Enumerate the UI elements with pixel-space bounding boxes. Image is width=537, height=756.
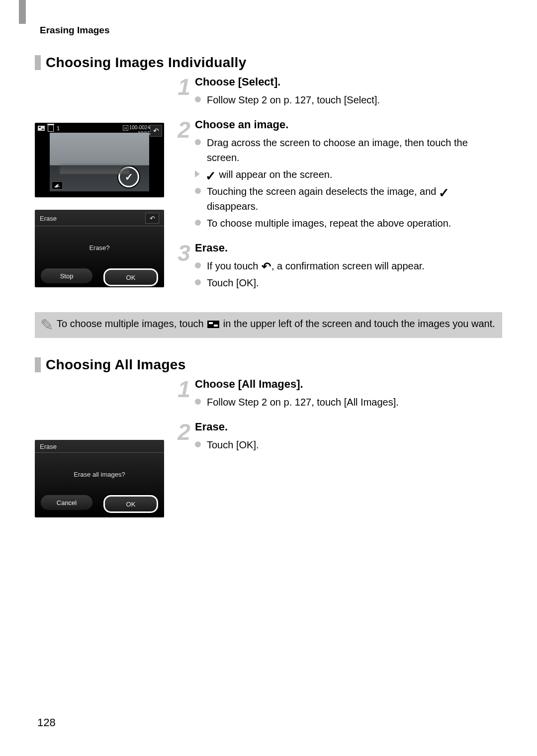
dialog-message: Erase? xyxy=(35,244,164,252)
bullet-text: Follow Step 2 on p. 127, touch [Select]. xyxy=(207,92,502,107)
step-2: 2 Choose an image. Drag across the scree… xyxy=(174,118,502,233)
erase-all-dialog-shot: Erase Erase all images? Cancel OK xyxy=(35,440,164,517)
back-icon: ↶ xyxy=(145,213,159,224)
dialog-title: Erase xyxy=(40,215,57,222)
bullet-dot-icon xyxy=(195,399,201,405)
bullet: ✓ will appear on the screen. xyxy=(195,167,502,182)
bullet: Drag across the screen to choose an imag… xyxy=(195,135,502,165)
bullet-dot-icon xyxy=(195,220,201,226)
dialog-title: Erase xyxy=(40,443,57,450)
stop-button: Stop xyxy=(41,268,92,283)
bullet-dot-icon xyxy=(195,96,201,102)
back-icon: ↶ xyxy=(150,125,162,137)
heading-bar xyxy=(35,55,41,70)
section2-left: Erase Erase all images? Cancel OK xyxy=(35,378,164,517)
tip-text: To choose multiple images, touch in the … xyxy=(57,316,496,331)
ok-button: OK xyxy=(103,495,158,513)
dialog-message: Erase all images? xyxy=(35,471,164,478)
step-1: 1 Choose [Select]. Follow Step 2 on p. 1… xyxy=(174,76,502,109)
bullet-text: Touching the screen again deselects the … xyxy=(207,184,502,214)
camera-preview-shot: 1 ⧈100-0024 10/15 ↶ ◢L ✓ xyxy=(35,123,164,197)
breadcrumb: Erasing Images xyxy=(40,25,502,36)
preview-count: 1 xyxy=(57,125,60,131)
bullet: Follow Step 2 on p. 127, touch [All Imag… xyxy=(195,395,502,410)
step-number: 2 xyxy=(174,420,194,454)
preview-image: ◢L ✓ xyxy=(50,133,149,191)
heading-text: Choosing All Images xyxy=(46,357,186,373)
checkmark-icon: ✓ xyxy=(205,166,216,185)
section1-content: 1 ⧈100-0024 10/15 ↶ ◢L ✓ Erase ↶ xyxy=(35,76,502,301)
pencil-note-icon: ✎ xyxy=(37,316,57,333)
dialog-buttons: Cancel OK xyxy=(35,495,164,517)
bullet: Touch [OK]. xyxy=(195,437,502,452)
cancel-button: Cancel xyxy=(41,495,92,510)
bullet-triangle-icon xyxy=(195,170,200,177)
return-icon: ↶ xyxy=(262,258,271,275)
step-number: 1 xyxy=(174,76,194,109)
bullet-dot-icon xyxy=(195,139,201,145)
spacer xyxy=(35,378,164,427)
bullet-text: Drag across the screen to choose an imag… xyxy=(207,135,502,165)
step-body: Erase. Touch [OK]. xyxy=(195,420,502,454)
spacer xyxy=(35,76,164,110)
bullet-dot-icon xyxy=(195,262,201,268)
ok-button: OK xyxy=(103,268,158,286)
step-body: Erase. If you touch ↶, a confirmation sc… xyxy=(195,242,502,292)
quality-badge: ◢L xyxy=(52,181,63,189)
step-title: Erase. xyxy=(195,242,502,254)
section2-content: Erase Erase all images? Cancel OK 1 Choo… xyxy=(35,378,502,517)
step-body: Choose [All Images]. Follow Step 2 on p.… xyxy=(195,378,502,412)
heading-text: Choosing Images Individually xyxy=(46,55,247,71)
step-body: Choose an image. Drag across the screen … xyxy=(195,118,502,233)
bullet: Touch [OK]. xyxy=(195,275,502,290)
section1-left: 1 ⧈100-0024 10/15 ↶ ◢L ✓ Erase ↶ xyxy=(35,76,164,301)
selection-check-icon: ✓ xyxy=(118,167,139,187)
step-title: Choose [All Images]. xyxy=(195,378,502,391)
multi-select-icon xyxy=(207,321,219,328)
step-number: 1 xyxy=(174,378,194,412)
step-title: Choose an image. xyxy=(195,118,502,131)
preview-topbar: 1 ⧈100-0024 10/15 xyxy=(35,123,164,133)
erase-confirm-dialog-shot: Erase ↶ Erase? Stop OK xyxy=(35,210,164,287)
bullet-dot-icon xyxy=(195,441,201,447)
section-heading-individually: Choosing Images Individually xyxy=(35,55,502,71)
bullet-text: Touch [OK]. xyxy=(207,275,502,290)
step-title: Erase. xyxy=(195,420,502,433)
page-tab-mark xyxy=(19,0,26,24)
step-number: 2 xyxy=(174,118,194,233)
page: Erasing Images Choosing Images Individua… xyxy=(0,0,537,756)
divider xyxy=(35,452,164,453)
divider xyxy=(35,226,164,226)
bullet: To choose multiple images, repeat the ab… xyxy=(195,216,502,231)
step-body: Choose [Select]. Follow Step 2 on p. 127… xyxy=(195,76,502,109)
dialog-title-row: Erase xyxy=(35,443,164,452)
bullet-text: If you touch ↶, a confirmation screen wi… xyxy=(207,258,502,273)
preview-file: 100-0024 xyxy=(129,125,150,130)
bullet-dot-icon xyxy=(195,279,201,285)
preview-top-left: 1 xyxy=(38,125,60,132)
section1-right: 1 Choose [Select]. Follow Step 2 on p. 1… xyxy=(174,76,502,301)
bullet-text: ✓ will appear on the screen. xyxy=(206,167,502,182)
trash-icon xyxy=(48,125,54,132)
page-number: 128 xyxy=(37,716,56,729)
bullet-text: To choose multiple images, repeat the ab… xyxy=(207,216,502,231)
step-number: 3 xyxy=(174,242,194,292)
bullet-dot-icon xyxy=(195,188,201,194)
heading-bar xyxy=(35,357,41,372)
bullet-text: Follow Step 2 on p. 127, touch [All Imag… xyxy=(207,395,502,410)
section-heading-all: Choosing All Images xyxy=(35,357,502,373)
step-1: 1 Choose [All Images]. Follow Step 2 on … xyxy=(174,378,502,412)
dialog-buttons: Stop OK xyxy=(35,268,164,287)
step-title: Choose [Select]. xyxy=(195,76,502,88)
tip-box: ✎ To choose multiple images, touch in th… xyxy=(35,312,502,338)
section2-right: 1 Choose [All Images]. Follow Step 2 on … xyxy=(174,378,502,517)
dialog-title-row: Erase ↶ xyxy=(35,213,164,226)
bullet: Touching the screen again deselects the … xyxy=(195,184,502,214)
step-2: 2 Erase. Touch [OK]. xyxy=(174,420,502,454)
step-3: 3 Erase. If you touch ↶, a confirmation … xyxy=(174,242,502,292)
checkmark-icon: ✓ xyxy=(439,183,449,202)
bullet: If you touch ↶, a confirmation screen wi… xyxy=(195,258,502,273)
bullet-text: Touch [OK]. xyxy=(207,437,502,452)
multi-select-icon xyxy=(38,126,45,131)
bullet: Follow Step 2 on p. 127, touch [Select]. xyxy=(195,92,502,107)
